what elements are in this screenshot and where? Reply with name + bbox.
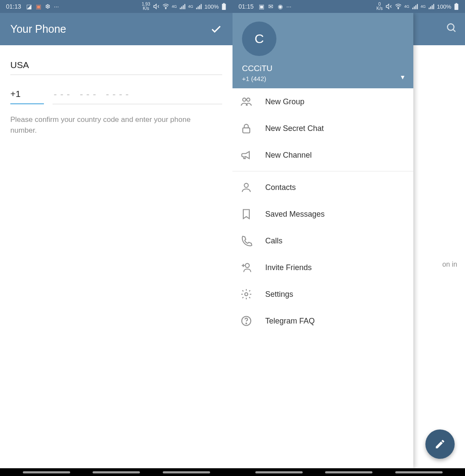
svg-rect-4 xyxy=(184,4,185,9)
phone-icon xyxy=(240,235,252,247)
svg-rect-26 xyxy=(243,128,250,133)
svg-rect-9 xyxy=(223,3,225,4)
wifi-icon xyxy=(162,3,169,10)
svg-rect-3 xyxy=(183,5,183,9)
gear-icon xyxy=(240,288,252,300)
lock-icon xyxy=(240,122,252,134)
invite-icon xyxy=(240,261,252,274)
signal-icon-2 xyxy=(428,3,434,9)
mute-icon xyxy=(385,3,392,10)
svg-rect-16 xyxy=(428,8,429,9)
status-time: 01:13 xyxy=(6,3,21,10)
svg-point-29 xyxy=(245,293,248,296)
screen-drawer: 01:15 ▣✉◉··· 0K/s 4G 4G 100% xyxy=(232,0,465,476)
svg-rect-8 xyxy=(201,4,202,9)
drawer-item-person[interactable]: Contacts xyxy=(232,174,413,201)
svg-line-23 xyxy=(453,29,455,31)
svg-rect-15 xyxy=(417,4,418,9)
confirm-button[interactable] xyxy=(210,23,222,35)
signal-icon-2 xyxy=(196,3,202,9)
drawer-user-phone: +1 (442) xyxy=(242,75,404,82)
status-notification-icons: ◪▣❆··· xyxy=(25,3,59,10)
svg-point-25 xyxy=(247,98,250,101)
megaphone-icon xyxy=(240,149,252,161)
drawer-item-label: Calls xyxy=(265,236,282,246)
signal-icon-1 xyxy=(180,3,186,9)
drawer-item-label: Settings xyxy=(265,290,293,299)
svg-point-28 xyxy=(245,264,249,268)
drawer-item-label: New Secret Chat xyxy=(265,124,324,133)
svg-rect-2 xyxy=(181,6,182,9)
signal-4g-1: 4G xyxy=(404,4,409,9)
drawer-item-phone[interactable]: Calls xyxy=(232,227,413,254)
drawer-menu: New GroupNew Secret ChatNew Channel Cont… xyxy=(232,88,413,468)
android-nav-bar xyxy=(0,468,232,476)
battery-text: 100% xyxy=(205,3,219,10)
status-bar: 01:15 ▣✉◉··· 0K/s 4G 4G 100% xyxy=(232,0,465,13)
svg-point-0 xyxy=(165,8,166,9)
drawer-item-invite[interactable]: Invite Friends xyxy=(232,254,413,281)
drawer-item-lock[interactable]: New Secret Chat xyxy=(232,115,413,142)
battery-icon xyxy=(454,3,459,10)
svg-rect-12 xyxy=(412,8,413,9)
page-title: Your Phone xyxy=(10,23,66,35)
screen-phone-setup: 01:13 ◪▣❆··· 1.93K/s 4G 4G 100% xyxy=(0,0,232,476)
status-notification-icons: ▣✉◉··· xyxy=(258,3,291,10)
chevron-down-icon[interactable]: ▼ xyxy=(400,74,406,81)
drawer-item-help[interactable]: Telegram FAQ xyxy=(232,308,413,334)
svg-rect-18 xyxy=(431,5,432,9)
help-icon xyxy=(240,315,252,327)
person-icon xyxy=(240,181,252,193)
svg-point-27 xyxy=(244,184,248,187)
svg-rect-13 xyxy=(414,6,415,9)
wifi-icon xyxy=(395,3,402,10)
svg-rect-7 xyxy=(199,5,200,9)
signal-icon-1 xyxy=(412,3,418,9)
drawer-item-group[interactable]: New Group xyxy=(232,88,413,115)
drawer-user-name: CCCiTU xyxy=(242,64,404,73)
signal-4g-1: 4G xyxy=(172,4,177,9)
signal-4g-2: 4G xyxy=(421,4,426,9)
android-nav-bar xyxy=(232,468,465,476)
drawer-header[interactable]: C CCCiTU +1 (442) ▼ xyxy=(232,13,413,88)
drawer-item-label: Contacts xyxy=(265,183,296,192)
status-time: 01:15 xyxy=(239,3,254,10)
battery-text: 100% xyxy=(437,3,451,10)
svg-rect-19 xyxy=(433,4,434,9)
battery-icon xyxy=(221,3,226,10)
svg-rect-6 xyxy=(198,6,198,9)
country-select[interactable]: USA xyxy=(10,56,222,75)
drawer-item-label: New Channel xyxy=(265,151,312,160)
drawer-item-label: Invite Friends xyxy=(265,263,312,272)
mute-icon xyxy=(153,3,160,10)
drawer-item-label: New Group xyxy=(265,97,304,106)
drawer-item-bookmark[interactable]: Saved Messages xyxy=(232,201,413,227)
svg-rect-5 xyxy=(196,8,197,9)
drawer-item-label: Telegram FAQ xyxy=(265,317,315,326)
svg-rect-20 xyxy=(456,3,457,4)
compose-fab[interactable] xyxy=(425,429,455,459)
svg-point-24 xyxy=(243,98,246,101)
background-text-fragment: on in xyxy=(442,261,457,268)
drawer-item-megaphone[interactable]: New Channel xyxy=(232,142,413,168)
svg-rect-17 xyxy=(430,6,431,9)
svg-rect-10 xyxy=(222,4,226,10)
drawer-item-gear[interactable]: Settings xyxy=(232,281,413,308)
svg-point-31 xyxy=(246,323,247,324)
dial-code-input[interactable]: +1 xyxy=(10,85,44,104)
drawer-item-label: Saved Messages xyxy=(265,210,325,219)
signal-4g-2: 4G xyxy=(188,4,193,9)
status-bar: 01:13 ◪▣❆··· 1.93K/s 4G 4G 100% xyxy=(0,0,232,13)
phone-number-input[interactable]: --- --- ---- xyxy=(53,86,222,104)
page-header: Your Phone xyxy=(0,13,232,45)
navigation-drawer: C CCCiTU +1 (442) ▼ New GroupNew Secret … xyxy=(232,13,413,468)
group-icon xyxy=(240,96,252,108)
avatar[interactable]: C xyxy=(242,22,276,56)
bookmark-icon xyxy=(240,208,252,220)
svg-rect-21 xyxy=(455,4,459,10)
svg-rect-1 xyxy=(180,8,180,9)
hint-text: Please confirm your country code and ent… xyxy=(10,115,208,136)
svg-point-11 xyxy=(398,8,399,9)
svg-rect-14 xyxy=(415,5,416,9)
search-button[interactable] xyxy=(446,22,457,34)
